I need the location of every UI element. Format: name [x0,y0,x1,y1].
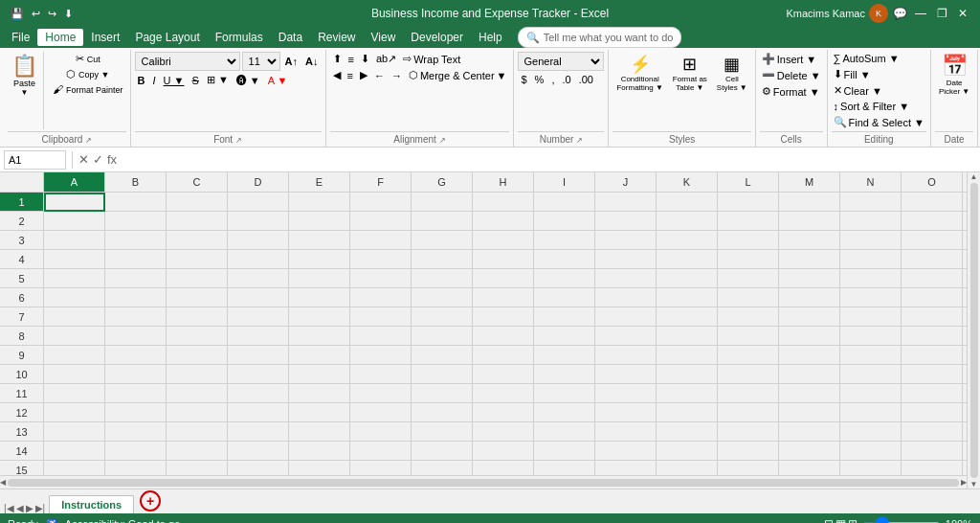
sort-filter-button[interactable]: ↕ Sort & Filter ▼ [832,100,926,113]
cell-N15[interactable] [840,461,902,475]
autosum-button[interactable]: ∑ AutoSum ▼ [832,52,926,65]
cell-J6[interactable] [595,288,657,307]
col-header-H[interactable]: H [473,172,534,192]
percent-btn[interactable]: % [532,73,547,86]
cell-O12[interactable] [902,403,963,422]
menu-formulas[interactable]: Formulas [208,29,271,46]
cell-D15[interactable] [228,461,289,475]
cell-O4[interactable] [902,250,963,269]
cell-J4[interactable] [595,250,657,269]
cell-F13[interactable] [350,422,412,442]
align-center-btn[interactable]: ≡ [345,68,356,82]
cell-F15[interactable] [350,461,412,475]
cell-G1[interactable] [412,193,473,212]
sheet-nav-first[interactable]: |◀ [4,503,14,513]
cell-N14[interactable] [840,442,902,461]
cell-B10[interactable] [105,365,167,384]
cell-J13[interactable] [595,422,657,442]
cell-O8[interactable] [902,327,963,346]
cell-E7[interactable] [289,307,350,327]
cell-I4[interactable] [534,250,595,269]
cell-K15[interactable] [657,461,718,475]
cell-B8[interactable] [105,327,167,346]
cell-A9[interactable] [44,346,105,365]
clear-button[interactable]: ✕ Clear ▼ [832,83,926,98]
cell-J11[interactable] [595,384,657,403]
cell-G14[interactable] [412,442,473,461]
cell-F4[interactable] [350,250,412,269]
cell-M12[interactable] [779,403,840,422]
font-family-select[interactable]: Calibri [135,52,240,71]
indent-decrease-btn[interactable]: ← [371,68,388,82]
cell-K12[interactable] [657,403,718,422]
cell-K4[interactable] [657,250,718,269]
row-header-14[interactable]: 14 [0,442,44,461]
cell-A11[interactable] [44,384,105,403]
cell-N11[interactable] [840,384,902,403]
cell-B5[interactable] [105,269,167,288]
cell-A4[interactable] [44,250,105,269]
cell-I9[interactable] [534,346,595,365]
cell-E14[interactable] [289,442,350,461]
cell-G12[interactable] [412,403,473,422]
cell-C11[interactable] [167,384,228,403]
cell-H11[interactable] [473,384,534,403]
cell-E5[interactable] [289,269,350,288]
minimize-btn[interactable]: — [911,4,930,23]
cell-I3[interactable] [534,231,595,250]
close-btn[interactable]: ✕ [953,4,972,23]
cell-G5[interactable] [412,269,473,288]
cell-O11[interactable] [902,384,963,403]
cell-D12[interactable] [228,403,289,422]
cell-J10[interactable] [595,365,657,384]
date-picker-button[interactable]: 📅 DatePicker ▼ [935,52,973,98]
maximize-btn[interactable]: ❐ [932,4,951,23]
align-middle-btn[interactable]: ≡ [345,52,357,66]
cell-M6[interactable] [779,288,840,307]
cell-M2[interactable] [779,212,840,231]
cell-K13[interactable] [657,422,718,442]
col-header-J[interactable]: J [595,172,657,192]
paste-button[interactable]: 📋 Paste ▼ [8,52,44,129]
undo-btn[interactable]: ↩ [29,6,43,22]
cell-E4[interactable] [289,250,350,269]
v-scroll-up[interactable]: ▲ [970,172,978,181]
formula-input[interactable] [121,154,976,166]
cell-M7[interactable] [779,307,840,327]
cell-C3[interactable] [167,231,228,250]
cell-B13[interactable] [105,422,167,442]
sheet-nav-next[interactable]: ▶ [26,503,33,513]
cell-H7[interactable] [473,307,534,327]
border-button[interactable]: ⊞ ▼ [204,73,232,87]
col-header-I[interactable]: I [534,172,595,192]
cell-N6[interactable] [840,288,902,307]
cell-N1[interactable] [840,193,902,212]
row-header-2[interactable]: 2 [0,212,44,231]
bold-button[interactable]: B [135,74,148,87]
cell-A15[interactable] [44,461,105,475]
cell-H10[interactable] [473,365,534,384]
cell-C1[interactable] [167,193,228,212]
menu-file[interactable]: File [4,29,37,46]
cell-C12[interactable] [167,403,228,422]
cell-L14[interactable] [718,442,779,461]
cell-M10[interactable] [779,365,840,384]
cell-J8[interactable] [595,327,657,346]
cell-M11[interactable] [779,384,840,403]
cell-I7[interactable] [534,307,595,327]
cell-J14[interactable] [595,442,657,461]
cell-L10[interactable] [718,365,779,384]
cell-G2[interactable] [412,212,473,231]
cell-B15[interactable] [105,461,167,475]
cell-F11[interactable] [350,384,412,403]
cell-K11[interactable] [657,384,718,403]
cell-F7[interactable] [350,307,412,327]
cell-E9[interactable] [289,346,350,365]
cell-I5[interactable] [534,269,595,288]
conditional-formatting-button[interactable]: ⚡ ConditionalFormatting ▼ [612,52,666,94]
cell-A13[interactable] [44,422,105,442]
cell-L15[interactable] [718,461,779,475]
cell-C14[interactable] [167,442,228,461]
fill-color-button[interactable]: 🅐 ▼ [234,74,263,87]
cell-M1[interactable] [779,193,840,212]
